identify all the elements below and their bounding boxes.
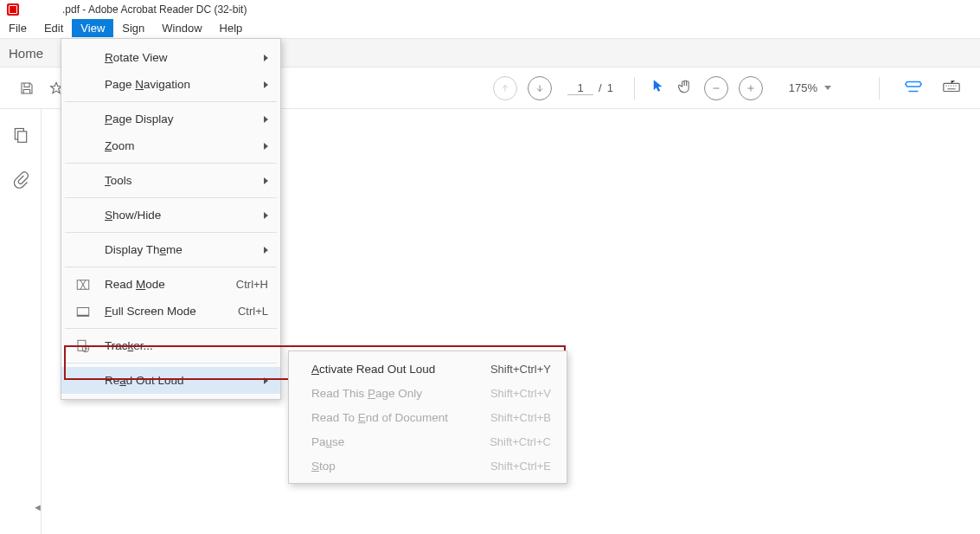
menu-item-label: Stop [311, 460, 336, 473]
menu-shortcut: Ctrl+H [236, 278, 268, 291]
tab-home[interactable]: Home [9, 46, 43, 61]
menu-edit[interactable]: Edit [35, 19, 72, 37]
menu-window[interactable]: Window [153, 19, 210, 37]
zoom-value: 175% [789, 81, 817, 94]
title-bar: .pdf - Adobe Acrobat Reader DC (32-bit) [0, 0, 980, 19]
menu-item-label: Read This Page Only [311, 387, 422, 400]
page-total: 1 [607, 81, 613, 94]
view-menu-item[interactable]: Page Navigation [61, 71, 280, 98]
menu-item-label: Show/Hide [105, 209, 161, 222]
menu-shortcut: Shift+Ctrl+B [490, 411, 551, 424]
view-menu-item[interactable]: Read ModeCtrl+H [61, 271, 280, 298]
page-indicator: / 1 [567, 81, 613, 95]
menu-separator [65, 101, 277, 102]
hand-tool-icon[interactable] [676, 78, 694, 99]
menu-item-label: Tracker... [105, 339, 153, 352]
submenu-item: Read To End of DocumentShift+Ctrl+B [289, 405, 567, 429]
thumbnails-icon[interactable] [12, 126, 29, 147]
view-menu-item[interactable]: Rotate View [61, 44, 280, 71]
attachments-icon[interactable] [12, 171, 29, 192]
menu-shortcut: Shift+Ctrl+V [490, 387, 551, 400]
view-menu-item[interactable]: Full Screen ModeCtrl+L [61, 298, 280, 325]
fit-width-icon[interactable] [904, 77, 923, 100]
submenu-arrow-icon [264, 116, 268, 123]
selection-tool-icon[interactable] [650, 78, 666, 98]
view-menu-item[interactable]: Tools [61, 167, 280, 194]
page-up-button[interactable] [493, 76, 517, 100]
svg-rect-2 [17, 132, 26, 143]
keyboard-icon[interactable] [942, 77, 961, 100]
toolbar-divider [879, 77, 880, 100]
fullscreen-icon [75, 304, 91, 319]
menu-separator [65, 232, 277, 233]
menu-item-label: Display Theme [105, 243, 183, 256]
collapse-sidebar-icon[interactable]: ◄ [33, 502, 42, 512]
menu-separator [65, 163, 277, 164]
menu-separator [65, 267, 277, 267]
menu-item-label: Read Out Loud [105, 374, 184, 387]
view-menu-item[interactable]: Read Out Loud [61, 367, 280, 394]
submenu-item: StopShift+Ctrl+E [289, 454, 567, 478]
zoom-out-button[interactable] [704, 76, 728, 100]
view-dropdown: Rotate ViewPage NavigationPage DisplayZo… [61, 38, 281, 400]
menu-separator [65, 363, 277, 364]
zoom-in-button[interactable] [739, 76, 763, 100]
view-menu-item[interactable]: Page Display [61, 106, 280, 132]
submenu-arrow-icon [264, 143, 268, 150]
page-sep: / [599, 81, 602, 94]
menu-shortcut: Shift+Ctrl+Y [490, 363, 551, 376]
menu-item-label: Tools [105, 174, 132, 187]
toolbar-divider [634, 77, 635, 100]
submenu-arrow-icon [264, 377, 268, 384]
menu-item-label: Read Mode [105, 278, 165, 291]
menu-file[interactable]: File [0, 19, 35, 37]
menu-item-label: Full Screen Mode [105, 305, 196, 318]
svg-rect-0 [944, 83, 959, 91]
menu-separator [65, 328, 277, 329]
acrobat-icon [7, 3, 19, 16]
menu-item-label: Read To End of Document [311, 411, 448, 424]
menu-item-label: Activate Read Out Loud [311, 363, 435, 376]
tracker-icon [75, 338, 91, 354]
menu-shortcut: Ctrl+L [238, 305, 268, 318]
menu-bar: File Edit View Sign Window Help [0, 19, 980, 38]
menu-help[interactable]: Help [211, 19, 252, 37]
page-down-button[interactable] [528, 76, 552, 100]
submenu-item: Read This Page OnlyShift+Ctrl+V [289, 381, 567, 405]
submenu-arrow-icon [264, 55, 268, 61]
submenu-arrow-icon [264, 177, 268, 184]
page-current-input[interactable] [567, 81, 593, 95]
menu-item-label: Zoom [105, 139, 135, 152]
view-menu-item[interactable]: Display Theme [61, 236, 280, 263]
window-title: .pdf - Adobe Acrobat Reader DC (32-bit) [62, 3, 247, 16]
menu-sign[interactable]: Sign [113, 19, 153, 37]
menu-shortcut: Shift+Ctrl+E [490, 460, 551, 473]
left-sidebar [0, 109, 42, 534]
chevron-down-icon [824, 86, 831, 90]
view-menu-item[interactable]: Tracker... [61, 332, 280, 359]
submenu-arrow-icon [264, 212, 268, 219]
menu-view[interactable]: View [72, 19, 113, 37]
menu-item-label: Page Navigation [105, 78, 190, 91]
menu-shortcut: Shift+Ctrl+C [490, 435, 551, 448]
submenu-item[interactable]: Activate Read Out LoudShift+Ctrl+Y [289, 357, 567, 381]
zoom-dropdown[interactable]: 175% [789, 81, 831, 94]
menu-item-label: Rotate View [105, 51, 168, 64]
menu-separator [65, 197, 277, 198]
view-menu-item[interactable]: Show/Hide [61, 202, 280, 228]
svg-rect-5 [77, 314, 89, 316]
submenu-item: PauseShift+Ctrl+C [289, 429, 567, 454]
read-out-loud-submenu: Activate Read Out LoudShift+Ctrl+YRead T… [288, 351, 567, 484]
submenu-arrow-icon [264, 81, 268, 88]
submenu-arrow-icon [264, 247, 268, 254]
view-menu-item[interactable]: Zoom [61, 132, 280, 159]
menu-item-label: Pause [311, 435, 344, 448]
read-mode-icon [75, 277, 91, 293]
save-icon[interactable] [12, 74, 42, 103]
menu-item-label: Page Display [105, 113, 174, 125]
